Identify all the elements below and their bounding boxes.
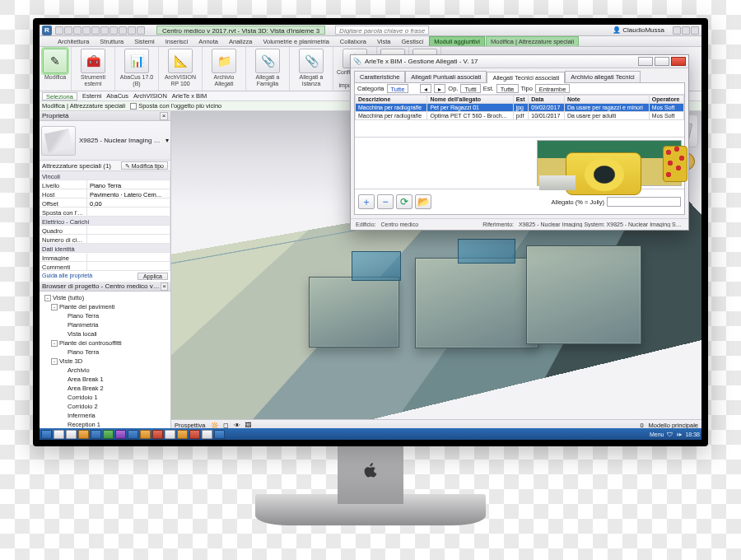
close-icon[interactable]: [671, 57, 686, 66]
dialog-titlebar[interactable]: 📎 ArleTe x BIM - Gestione Allegati - V. …: [351, 55, 688, 68]
apply-button[interactable]: Applica: [137, 273, 168, 280]
windows-taskbar[interactable]: Menu🛡🕪18:38: [40, 428, 701, 440]
taskbar-item[interactable]: [103, 430, 114, 439]
open-folder-button[interactable]: 📂: [415, 194, 431, 209]
project-browser-header[interactable]: Browser di progetto - Centro medico v 20…: [40, 282, 170, 292]
ribbon-panel-modifica[interactable]: ✎Modifica: [40, 47, 72, 91]
options-context-label: Modifica | Attrezzature speciali: [42, 102, 125, 110]
signed-in-user[interactable]: 👤 ClaudioMussa: [613, 26, 664, 34]
table-row[interactable]: Macchina per radiografiePet per Ragazzi …: [356, 104, 684, 112]
taskbar-item[interactable]: [214, 430, 225, 439]
prop-value-input[interactable]: [90, 209, 167, 217]
tab-gestisci[interactable]: Gestisci: [397, 36, 429, 46]
attachments-table[interactable]: DescrizioneNome dell'allegatoEstDataNote…: [355, 95, 684, 138]
remove-button[interactable]: −: [377, 194, 394, 209]
tree-node[interactable]: Planimetria: [41, 320, 169, 329]
ribbon-panel-archvision[interactable]: 📐ArchVISION RP 100: [159, 47, 203, 91]
taskbar-item[interactable]: [66, 430, 77, 439]
prop-value-input[interactable]: [90, 191, 167, 199]
tree-node[interactable]: Piano Terra: [41, 311, 169, 320]
quick-access-toolbar[interactable]: [55, 26, 145, 35]
taskbar-item[interactable]: [202, 430, 212, 439]
attached-filter-input[interactable]: [607, 197, 681, 207]
project-browser[interactable]: -Viste (tutto)-Piante dei pavimentiPiano…: [40, 292, 170, 430]
close-icon[interactable]: ×: [160, 112, 168, 120]
tree-node[interactable]: -Piante dei pavimenti: [41, 302, 169, 311]
table-row[interactable]: Macchina per radiografieOptima PET CT 56…: [356, 112, 684, 120]
taskbar-item[interactable]: [115, 430, 126, 439]
prop-value-input[interactable]: [90, 227, 167, 236]
tree-node[interactable]: -Piante dei controsoffitti: [41, 338, 169, 348]
tab-architettura[interactable]: Architettura: [53, 36, 94, 46]
move-with-nearby-checkbox[interactable]: Sposta con l'oggetto più vicino: [130, 102, 221, 110]
window-buttons[interactable]: [673, 26, 699, 35]
taskbar-item[interactable]: [91, 430, 101, 439]
taskbar-item[interactable]: [54, 430, 64, 439]
taskbar-item[interactable]: [128, 430, 138, 439]
tab-modifica-context[interactable]: Modifica | Attrezzature speciali: [486, 36, 579, 46]
tab-volumetrie[interactable]: Volumetrie e planimetria: [258, 36, 333, 46]
prop-value-input[interactable]: [90, 182, 167, 190]
tab-archivio-allegati[interactable]: Archivio allegati Tecnici: [565, 71, 640, 82]
ribbon-panel-allegati-famiglia[interactable]: 📎Allegati a Famiglia: [246, 47, 290, 91]
add-button[interactable]: ＋: [358, 194, 375, 209]
prop-value-input[interactable]: [90, 254, 167, 263]
edit-type-button[interactable]: ✎ Modifica tipo: [121, 161, 168, 170]
taskbar-item[interactable]: [177, 430, 188, 439]
tab-vista[interactable]: Vista: [372, 36, 396, 46]
dialog-tabs[interactable]: Caratteristiche Allegati Puntuali associ…: [351, 68, 688, 82]
tab-struttura[interactable]: Struttura: [95, 36, 128, 46]
tab-sistemi[interactable]: Sistemi: [129, 36, 160, 46]
tree-node[interactable]: Vista locali: [41, 329, 169, 338]
ribbon-panel-strumenti[interactable]: 🧰Strumenti esterni: [72, 47, 115, 91]
dialog-window-buttons[interactable]: [638, 57, 686, 66]
close-icon[interactable]: ×: [161, 282, 168, 291]
taskbar-item[interactable]: [152, 430, 163, 439]
tab-inserisci[interactable]: Inserisci: [161, 36, 193, 46]
tab-analizza[interactable]: Analizza: [224, 36, 257, 46]
tab-allegati-tecnici[interactable]: Allegati Tecnici associati: [487, 72, 565, 83]
taskbar-item[interactable]: [189, 430, 200, 439]
tree-node[interactable]: Area Break 1: [41, 375, 169, 384]
tree-node[interactable]: Area Break 2: [41, 384, 169, 393]
ribbon-panel-archivio[interactable]: 📁Archivio Allegati: [203, 47, 246, 91]
tree-node[interactable]: Archivio: [41, 366, 169, 375]
ribbon-panel-allegati-istanza[interactable]: 📎Allegati a Istanza: [290, 47, 333, 91]
prop-value-input[interactable]: [90, 264, 167, 272]
est-select[interactable]: Tutte: [496, 84, 519, 93]
properties-header[interactable]: Proprietà ×: [40, 111, 170, 121]
tab-collabora[interactable]: Collabora: [335, 36, 371, 46]
refresh-button[interactable]: ⟳: [396, 194, 412, 209]
taskbar-item[interactable]: [140, 430, 151, 439]
categoria-select[interactable]: Tutte: [387, 84, 409, 93]
nav-prev-button[interactable]: ◂: [420, 84, 431, 93]
maximize-icon[interactable]: [655, 57, 669, 66]
prop-value-input[interactable]: [90, 200, 167, 208]
type-preview[interactable]: X9825 - Nuclear Imaging System ▾: [40, 121, 170, 161]
taskbar-item[interactable]: [165, 430, 175, 439]
tree-node[interactable]: Infermeria: [41, 411, 169, 420]
tab-caratteristiche[interactable]: Caratteristiche: [354, 71, 405, 82]
prop-value-input[interactable]: [90, 236, 167, 245]
taskbar-item[interactable]: [78, 430, 89, 439]
tree-node[interactable]: Piano Terra: [41, 348, 169, 357]
minimize-icon[interactable]: [638, 57, 653, 66]
ribbon-tabs[interactable]: Architettura Struttura Sistemi Inserisci…: [40, 36, 701, 47]
tab-annota[interactable]: Annota: [193, 36, 223, 46]
properties-grid[interactable]: VincoliLivelloHostOffsetSposta con l'ogg…: [40, 171, 170, 271]
help-search-input[interactable]: Digitare parola chiave o frase: [335, 26, 429, 35]
tab-allegati-puntuali[interactable]: Allegati Puntuali associati: [405, 71, 487, 82]
tab-moduli[interactable]: Moduli aggiuntivi: [429, 36, 485, 46]
tree-node[interactable]: Corridoio 2: [41, 402, 169, 411]
op-select[interactable]: Tutti: [460, 84, 480, 93]
tree-node[interactable]: Corridoio 1: [41, 393, 169, 402]
seleziona-dropdown[interactable]: Seleziona: [42, 92, 77, 100]
tipo-select[interactable]: Entrambe: [535, 84, 571, 93]
system-tray[interactable]: Menu🛡🕪18:38: [650, 432, 700, 437]
properties-help-link[interactable]: Guida alle proprietà: [42, 273, 92, 280]
tree-node[interactable]: -Viste 3D: [41, 357, 169, 366]
nav-next-button[interactable]: ▸: [434, 84, 445, 93]
ribbon-panel-abacus[interactable]: 📊AbaCus 17.0 (B): [115, 47, 159, 91]
chevron-down-icon[interactable]: ▾: [165, 137, 169, 144]
start-button[interactable]: [41, 430, 52, 439]
